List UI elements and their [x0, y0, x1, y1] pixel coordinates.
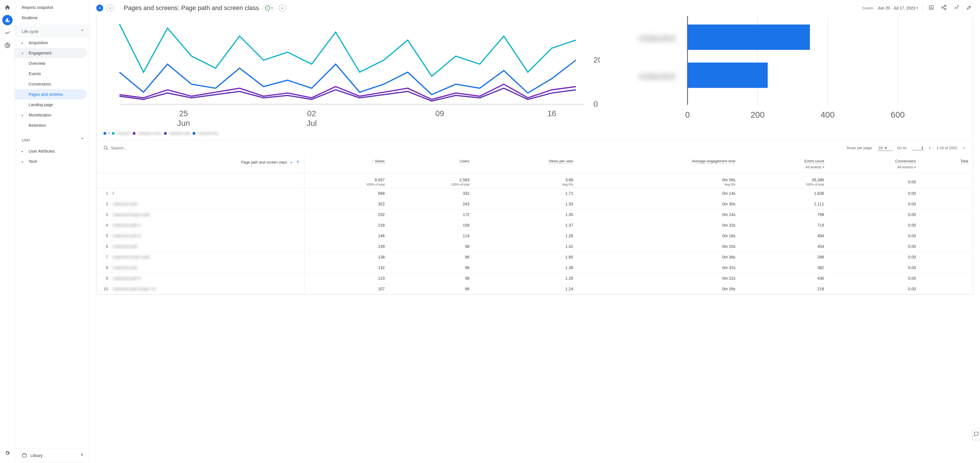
svg-text:Jun: Jun: [177, 119, 190, 128]
prev-page-button[interactable]: ‹: [928, 144, 932, 152]
page-title: Pages and screens: Page path and screen …: [124, 4, 259, 12]
page-header: A + Pages and screens: Page path and scr…: [89, 0, 980, 16]
svg-point-5: [942, 7, 943, 8]
svg-rect-2: [22, 454, 26, 457]
nav-pages-screens[interactable]: Pages and screens: [15, 89, 87, 99]
insights-icon[interactable]: [953, 3, 961, 12]
edit-icon[interactable]: [965, 3, 973, 12]
check-icon: ✓: [265, 5, 270, 11]
svg-text:16: 16: [547, 109, 556, 118]
caret-down-icon: ▾: [915, 166, 916, 169]
library-icon: [22, 453, 27, 458]
reports-icon[interactable]: [2, 15, 13, 25]
col-views-per-user[interactable]: Views per user: [474, 155, 578, 173]
next-page-button[interactable]: ›: [962, 144, 966, 152]
share-icon[interactable]: [940, 3, 948, 12]
svg-text:redacted: redacted: [638, 33, 675, 43]
nav-section-user[interactable]: User ⌃: [15, 134, 89, 146]
svg-text:09: 09: [435, 109, 444, 118]
report-card: 20 0 25 Jun 02 Jul 09 16: [96, 16, 973, 295]
svg-point-6: [945, 8, 946, 10]
explore-icon[interactable]: [2, 27, 13, 38]
table-row[interactable]: 6redacted-path 139 98 1.42 0m 20s 454 0.…: [97, 241, 973, 252]
caret-down-icon: ▾: [271, 6, 273, 10]
table-row[interactable]: 4redacted-path-4 218 159 1.37 0m 32s 719…: [97, 220, 973, 231]
goto-label: Go to:: [897, 146, 907, 150]
nav-tech[interactable]: ▸Tech: [15, 156, 89, 167]
event-count-filter[interactable]: All events▾: [745, 165, 824, 169]
svg-point-28: [104, 146, 107, 149]
advertising-icon[interactable]: [2, 40, 13, 51]
table-row[interactable]: 9redacted-path-9 123 98 1.26 0m 22s 430 …: [97, 273, 973, 284]
goto-input[interactable]: [912, 146, 923, 150]
customize-report-icon[interactable]: [927, 3, 935, 12]
chevron-left-icon: [79, 452, 84, 458]
status-pill[interactable]: ✓ ▾: [262, 4, 275, 12]
col-avg-engagement[interactable]: Average engagement time: [578, 155, 740, 173]
nav-landing-page[interactable]: Landing page: [15, 99, 89, 110]
chevron-up-icon: ⌃: [80, 29, 84, 35]
chart-legend: / redacted redacted-series redacted-data…: [103, 131, 600, 136]
chat-icon: [974, 431, 979, 437]
caret-right-icon: ▸: [22, 150, 26, 153]
svg-text:20: 20: [593, 55, 600, 64]
svg-text:600: 600: [891, 110, 905, 119]
page-range-text: 1-10 of 1552: [937, 146, 957, 150]
nav-monetization[interactable]: ▸Monetization: [15, 110, 89, 120]
table-row[interactable]: 5redacted-path-5 146 114 1.28 0m 18s 494…: [97, 231, 973, 241]
main-content: A + Pages and screens: Page path and scr…: [89, 0, 980, 463]
date-range-picker[interactable]: Jun 20 - Jul 17, 2023 ▾: [878, 6, 918, 10]
nav-engagement[interactable]: ▾Engagement: [15, 48, 87, 58]
collapse-sidebar-button[interactable]: [79, 452, 84, 458]
add-dimension-button[interactable]: +: [296, 159, 299, 164]
home-icon[interactable]: [2, 2, 13, 13]
svg-text:400: 400: [820, 110, 834, 119]
svg-text:0: 0: [593, 99, 598, 109]
nav-retention[interactable]: Retention: [15, 120, 89, 131]
feedback-button[interactable]: [972, 429, 980, 440]
svg-text:redacted: redacted: [638, 71, 675, 81]
col-conversions[interactable]: Conversions All events▾: [829, 155, 920, 173]
date-preset-label: Custom: [862, 6, 873, 10]
svg-text:Jul: Jul: [307, 119, 317, 128]
rows-per-page-select[interactable]: 10 ▾: [877, 145, 892, 151]
caret-down-icon: ▾: [822, 166, 824, 169]
add-filter-button[interactable]: +: [279, 5, 286, 11]
caret-right-icon: ▸: [22, 160, 26, 163]
col-total[interactable]: Total: [920, 155, 973, 173]
table-row[interactable]: 10redacted-path-longer-10 107 86 1.24 0m…: [97, 284, 973, 294]
add-comparison-button[interactable]: +: [107, 5, 113, 11]
line-chart-svg: 20 0 25 Jun 02 Jul 09 16: [103, 16, 600, 128]
dimension-header[interactable]: Page path and screen class ▾ +: [97, 155, 304, 173]
nav-reports-snapshot[interactable]: Reports snapshot: [15, 2, 89, 13]
nav-section-life-cycle[interactable]: Life cycle ⌃: [15, 26, 89, 38]
caret-right-icon: ▸: [22, 41, 26, 45]
table-controls: Rows per page: 10 ▾ Go to: ‹ 1-10 of 155…: [97, 140, 973, 155]
nav-events[interactable]: Events: [15, 69, 89, 79]
search-input[interactable]: [111, 146, 168, 150]
col-views[interactable]: ↓Views: [304, 155, 389, 173]
table-row[interactable]: 2redacted-path 322 243 1.33 0m 30s 1,111…: [97, 199, 973, 209]
table-row[interactable]: 1/ 568 332 1.71 0m 14s 1,636 0.00: [97, 188, 973, 199]
svg-text:25: 25: [179, 109, 188, 118]
settings-icon[interactable]: [2, 448, 13, 458]
nav-user-attributes[interactable]: ▸User Attributes: [15, 146, 89, 156]
bar-chart: redacted redacted 0 200 400 600: [611, 16, 966, 136]
line-chart: 20 0 25 Jun 02 Jul 09 16: [103, 16, 600, 136]
col-event-count[interactable]: Event count All events▾: [740, 155, 829, 173]
col-users[interactable]: Users: [390, 155, 474, 173]
table-row[interactable]: 3redacted-longer-path 232 172 1.35 0m 24…: [97, 209, 973, 220]
chevron-up-icon: ⌃: [80, 137, 84, 143]
caret-down-icon: ▾: [291, 161, 292, 164]
nav-overview[interactable]: Overview: [15, 58, 89, 69]
nav-conversions[interactable]: Conversions: [15, 79, 89, 89]
svg-text:02: 02: [307, 109, 316, 118]
table-row[interactable]: 8redacted-path 132 96 1.38 0m 32s 382 0.…: [97, 262, 973, 273]
table-row[interactable]: 7redacted-longer-path 138 86 1.60 0m 36s…: [97, 252, 973, 262]
conversions-filter[interactable]: All events▾: [833, 165, 916, 169]
nav-acquisition[interactable]: ▸Acquisition: [15, 38, 89, 48]
nav-realtime[interactable]: Realtime: [15, 13, 89, 23]
segment-avatar[interactable]: A: [96, 5, 103, 11]
nav-library[interactable]: Library: [15, 448, 89, 463]
icon-rail: [0, 0, 15, 463]
